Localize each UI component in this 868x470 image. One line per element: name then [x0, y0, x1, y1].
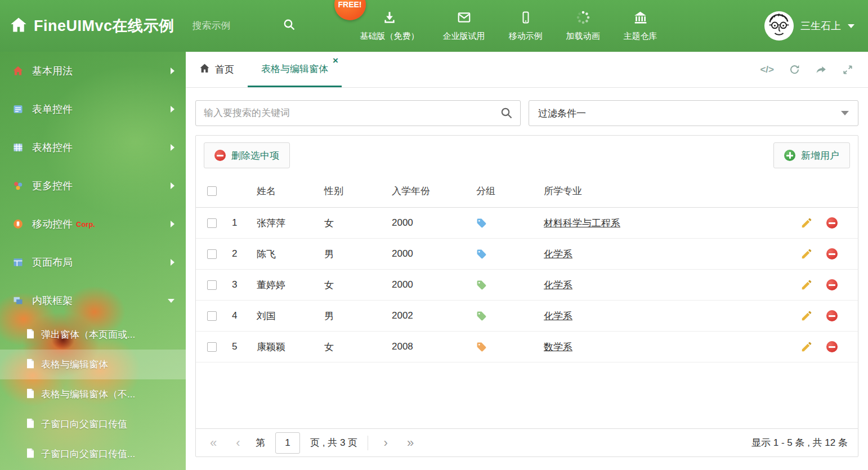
table-row[interactable]: 4 刘国 男 2002 化学系 [196, 301, 858, 332]
major-link[interactable]: 数学系 [544, 341, 572, 353]
sidebar-subitem-label: 表格与编辑窗体 [41, 358, 108, 371]
filter-row: 过滤条件一 [195, 100, 858, 126]
sidebar-subitem-child-to-parent-2[interactable]: 子窗口向父窗口传值... [0, 439, 186, 469]
sidebar-item-page-layout[interactable]: 页面布局 [0, 243, 186, 281]
row-index: 5 [232, 341, 257, 352]
first-page-button[interactable]: « [206, 436, 221, 450]
row-checkbox[interactable] [207, 249, 217, 259]
cell-gender: 男 [324, 248, 392, 261]
major-link[interactable]: 材料科学与工程系 [544, 217, 620, 230]
last-page-button[interactable]: » [403, 436, 418, 450]
sidebar-item-more-controls[interactable]: 更多控件 [0, 167, 186, 205]
nav-item-enterprise-trial[interactable]: 企业版试用 [443, 10, 485, 42]
chevron-down-icon [841, 111, 849, 115]
tag-icon [476, 218, 487, 229]
tab-grid-edit-window[interactable]: 表格与编辑窗体 × [248, 52, 342, 87]
edit-icon[interactable] [800, 279, 813, 291]
major-link[interactable]: 化学系 [544, 248, 572, 261]
row-index: 1 [232, 217, 257, 229]
edit-icon[interactable] [800, 341, 813, 353]
cell-year: 2000 [392, 248, 476, 259]
content-area: 过滤条件一 删除选中项 新增用户 [186, 88, 868, 457]
expand-icon[interactable] [842, 64, 853, 75]
tab-label: 表格与编辑窗体 [261, 62, 328, 75]
row-checkbox[interactable] [207, 218, 217, 228]
delete-selected-button[interactable]: 删除选中项 [204, 142, 290, 168]
cell-name: 刘国 [257, 310, 324, 323]
layout-icon [11, 257, 25, 268]
sidebar-item-form-controls[interactable]: 表单控件 [0, 90, 186, 128]
row-checkbox[interactable] [207, 280, 217, 290]
app-title: FineUIMvc在线示例 [34, 16, 175, 36]
grid-panel: 删除选中项 新增用户 姓名 性别 入学年份 分组 所学专业 [195, 135, 858, 457]
table-row[interactable]: 3 董婷婷 女 2000 化学系 [196, 270, 858, 301]
row-checkbox[interactable] [207, 342, 217, 352]
column-header-major[interactable]: 所学专业 [544, 185, 779, 198]
cell-year: 2000 [392, 217, 476, 229]
delete-row-icon[interactable] [826, 341, 838, 352]
sidebar-subitem-grid-edit-window[interactable]: 表格与编辑窗体 [0, 350, 186, 379]
delete-row-icon[interactable] [826, 248, 838, 259]
major-link[interactable]: 化学系 [544, 279, 572, 292]
sidebar-item-grid-controls[interactable]: 表格控件 [0, 128, 186, 167]
search-icon[interactable] [283, 18, 296, 34]
delete-row-icon[interactable] [826, 279, 838, 290]
brand[interactable]: FineUIMvc在线示例 [10, 16, 175, 36]
pager-divider [368, 436, 368, 450]
table-header: 姓名 性别 入学年份 分组 所学专业 [196, 175, 858, 208]
table-row[interactable]: 1 张萍萍 女 2000 材料科学与工程系 [196, 208, 858, 239]
chevron-down-icon [168, 299, 175, 303]
source-code-icon[interactable]: </> [760, 64, 774, 75]
delete-row-icon[interactable] [826, 310, 838, 321]
pagination-bar: « ‹ 第 页 , 共 3 页 › » 显示 1 - 5 条 , 共 12 条 [196, 428, 858, 456]
nav-label: 主题仓库 [624, 31, 657, 42]
filter-dropdown[interactable]: 过滤条件一 [529, 100, 858, 126]
mobile-icon [519, 10, 533, 27]
refresh-icon[interactable] [789, 64, 800, 75]
prev-page-button[interactable]: ‹ [231, 436, 245, 450]
edit-icon[interactable] [800, 310, 813, 322]
major-link[interactable]: 化学系 [544, 310, 572, 323]
nav-item-mobile-demo[interactable]: 移动示例 [509, 10, 543, 42]
table-row[interactable]: 5 康颖颖 女 2008 数学系 [196, 332, 858, 362]
sidebar-subitem-popup-window[interactable]: 弹出窗体（本页面或... [0, 320, 186, 350]
add-user-button[interactable]: 新增用户 [773, 142, 850, 168]
sidebar-item-basic-usage[interactable]: 基本用法 [0, 52, 186, 90]
user-menu[interactable]: 三生石上 [764, 11, 854, 41]
top-search [193, 18, 311, 34]
table-row[interactable]: 2 陈飞 男 2000 化学系 [196, 239, 858, 270]
sidebar-subitem-label: 子窗口向父窗口传值 [41, 418, 127, 431]
minus-icon [214, 150, 226, 161]
sidebar: 基本用法 表单控件 表格控件 更多控件 [0, 52, 186, 470]
column-header-year[interactable]: 入学年份 [392, 185, 476, 198]
close-icon[interactable]: × [333, 56, 338, 65]
tab-tools: </> [760, 52, 868, 87]
column-header-name[interactable]: 姓名 [257, 185, 324, 198]
top-search-input[interactable] [193, 20, 283, 32]
share-forward-icon[interactable] [815, 64, 827, 75]
next-page-button[interactable]: › [378, 436, 393, 450]
edit-icon[interactable] [800, 248, 813, 260]
nav-item-basic-free[interactable]: FREE! 基础版（免费） [360, 10, 419, 42]
spinner-icon [576, 10, 590, 27]
select-all-checkbox[interactable] [207, 186, 217, 196]
nav-item-theme-repo[interactable]: 主题仓库 [624, 10, 657, 42]
chevron-right-icon [171, 221, 175, 227]
filter-dropdown-value: 过滤条件一 [538, 107, 586, 120]
column-header-gender[interactable]: 性别 [324, 185, 392, 198]
nav-label: 加载动画 [566, 31, 600, 42]
sidebar-item-inline-frame[interactable]: 内联框架 [0, 281, 186, 320]
delete-row-icon[interactable] [826, 217, 838, 229]
column-header-group[interactable]: 分组 [476, 185, 544, 198]
sidebar-item-mobile-controls[interactable]: 移动控件 Corp. [0, 205, 186, 243]
sidebar-subitem-child-to-parent[interactable]: 子窗口向父窗口传值 [0, 409, 186, 439]
keyword-search-input[interactable] [195, 100, 521, 126]
sidebar-subitem-grid-edit-window-2[interactable]: 表格与编辑窗体（不... [0, 379, 186, 409]
row-checkbox[interactable] [207, 311, 217, 321]
nav-label: 企业版试用 [443, 31, 485, 42]
page-number-input[interactable] [275, 432, 300, 454]
edit-icon[interactable] [800, 217, 813, 229]
search-icon[interactable] [500, 106, 513, 122]
nav-item-loading-animations[interactable]: 加载动画 [566, 10, 600, 42]
tab-home[interactable]: 首页 [186, 52, 248, 87]
